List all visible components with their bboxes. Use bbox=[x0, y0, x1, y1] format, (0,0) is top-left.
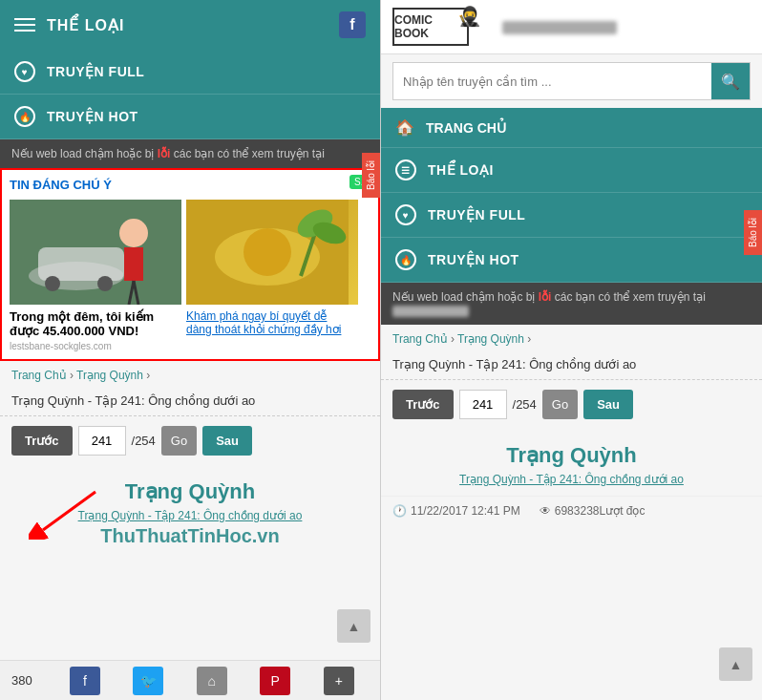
watermark: ThuThuatTinHoc.vn bbox=[100, 525, 279, 547]
right-bao-loi[interactable]: Báo lỗi bbox=[744, 210, 762, 255]
facebook-share[interactable]: f bbox=[70, 667, 100, 695]
breadcrumb-story[interactable]: Trạng Quỳnh bbox=[76, 369, 143, 382]
heart-icon-r: ♥ bbox=[395, 204, 416, 225]
right-page-input[interactable] bbox=[459, 390, 507, 419]
left-bao-loi[interactable]: Báo lỗi bbox=[362, 153, 380, 198]
ninja-figure: 🥷 bbox=[457, 5, 481, 28]
left-bottom-bar: 380 f 🐦 ⌂ P + bbox=[0, 660, 380, 700]
svg-point-4 bbox=[97, 276, 113, 291]
home-icon: 🏠 bbox=[395, 118, 414, 137]
ad-section: TIN ĐÁNG CHÚ Ý S... bbox=[0, 168, 380, 361]
left-scroll-top[interactable]: ▲ bbox=[337, 609, 370, 643]
right-next-button[interactable]: Sau bbox=[583, 390, 633, 419]
right-chapter-title: Trạng Quỳnh - Tập 241: Ông chồng dưới ao bbox=[381, 353, 762, 380]
right-search-bar: 🔍 bbox=[392, 62, 751, 100]
right-prev-button[interactable]: Trước bbox=[392, 390, 454, 419]
nav-truyen-full[interactable]: ♥ TRUYỆN FULL bbox=[0, 50, 380, 95]
right-nav-theloai[interactable]: ☰ THỂ LOẠI bbox=[381, 148, 762, 193]
more-share[interactable]: + bbox=[324, 667, 354, 695]
right-story-title: Trạng Quỳnh bbox=[381, 429, 762, 473]
svg-rect-2 bbox=[38, 247, 124, 281]
fire-icon: 🔥 bbox=[14, 106, 35, 127]
right-panel: COMIC BOOK 🥷 🔍 🏠 TRANG CHỦ ☰ THỂ LOẠI ♥ … bbox=[381, 0, 762, 700]
ad-text-left: Trong một đêm, tôi kiếm được 45.400.000 … bbox=[10, 309, 177, 338]
right-breadcrumb-story[interactable]: Trạng Quỳnh bbox=[457, 332, 524, 346]
right-nav-truyenfull[interactable]: ♥ TRUYỆN FULL bbox=[381, 193, 762, 238]
right-nav-truyenhot[interactable]: 🔥 TRUYỆN HOT bbox=[381, 238, 762, 283]
left-nav-buttons: Trước /254 Go Sau bbox=[0, 416, 380, 465]
right-go-button[interactable]: Go bbox=[542, 390, 578, 419]
left-breadcrumb: Trang Chủ › Trạng Quỳnh › bbox=[0, 361, 380, 390]
menu-lines-icon: ☰ bbox=[395, 159, 416, 180]
meta-date: 🕐 11/22/2017 12:41 PM bbox=[392, 504, 520, 518]
right-story-subtitle: Trạng Quỳnh - Tập 241: Ông chồng dưới ao bbox=[381, 473, 762, 496]
page-total: /254 bbox=[132, 434, 156, 448]
right-nav-trangchu[interactable]: 🏠 TRANG CHỦ bbox=[381, 108, 762, 148]
svg-rect-6 bbox=[124, 247, 143, 281]
meta-views: 👁 6983238Lượt đọc bbox=[540, 504, 646, 518]
ad-text-right[interactable]: Khám phá ngay bí quyết dễ dàng thoát khỏ… bbox=[186, 309, 353, 336]
bottom-count: 380 bbox=[0, 673, 44, 688]
header-blur-bar bbox=[502, 21, 617, 34]
right-breadcrumb: Trang Chủ › Trạng Quỳnh › bbox=[381, 325, 762, 353]
right-header: COMIC BOOK 🥷 bbox=[381, 0, 762, 54]
prev-button[interactable]: Trước bbox=[11, 426, 73, 456]
bottom-icons: f 🐦 ⌂ P + bbox=[44, 667, 380, 695]
go-button[interactable]: Go bbox=[161, 426, 197, 456]
svg-point-11 bbox=[243, 228, 291, 276]
comic-logo-box: COMIC BOOK 🥷 bbox=[392, 8, 469, 46]
menu-icon[interactable] bbox=[14, 18, 35, 32]
arrow-indicator bbox=[29, 482, 105, 540]
ad-image-right bbox=[186, 200, 358, 305]
right-search-input[interactable] bbox=[393, 67, 711, 96]
clock-icon: 🕐 bbox=[392, 504, 407, 518]
right-nav-buttons: Trước /254 Go Sau bbox=[381, 380, 762, 429]
right-page-total: /254 bbox=[513, 397, 537, 412]
pinterest-share[interactable]: P bbox=[260, 667, 290, 695]
left-info-bar: Nếu web load chậm hoặc bị lỗi các bạn có… bbox=[0, 139, 380, 168]
breadcrumb-home[interactable]: Trang Chủ bbox=[11, 369, 67, 382]
right-info-blur bbox=[392, 306, 469, 317]
ad-title: TIN ĐÁNG CHÚ Ý bbox=[10, 178, 370, 192]
right-meta-info: 🕐 11/22/2017 12:41 PM 👁 6983238Lượt đọc bbox=[381, 496, 762, 525]
left-header: THỂ LOẠI f bbox=[0, 0, 380, 50]
left-chapter-title: Trạng Quỳnh - Tập 241: Ông chồng dưới ao bbox=[0, 390, 380, 416]
svg-point-3 bbox=[45, 276, 60, 291]
left-panel: THỂ LOẠI f ♥ TRUYỆN FULL 🔥 TRUYỆN HOT Nế… bbox=[0, 0, 381, 700]
comic-logo: COMIC BOOK 🥷 bbox=[392, 8, 469, 46]
fire-icon-r: 🔥 bbox=[395, 249, 416, 270]
left-header-title: THỂ LOẠI bbox=[47, 16, 124, 34]
search-button[interactable]: 🔍 bbox=[711, 63, 750, 99]
heart-icon: ♥ bbox=[14, 61, 35, 82]
svg-point-5 bbox=[119, 219, 148, 247]
next-button[interactable]: Sau bbox=[202, 426, 252, 456]
comic-logo-text: COMIC BOOK bbox=[394, 13, 467, 40]
right-loi-text: lỗi bbox=[539, 290, 552, 304]
facebook-icon[interactable]: f bbox=[339, 11, 366, 38]
home-share[interactable]: ⌂ bbox=[197, 667, 227, 695]
ad-images: Trong một đêm, tôi kiếm được 45.400.000 … bbox=[10, 200, 370, 338]
loi-text: lỗi bbox=[158, 147, 171, 160]
twitter-share[interactable]: 🐦 bbox=[133, 667, 163, 695]
right-info-bar: Nếu web load chậm hoặc bị lỗi các bạn có… bbox=[381, 283, 762, 325]
right-breadcrumb-home[interactable]: Trang Chủ bbox=[392, 332, 448, 346]
eye-icon: 👁 bbox=[540, 504, 551, 518]
right-scroll-top[interactable]: ▲ bbox=[719, 647, 752, 681]
nav-truyen-hot[interactable]: 🔥 TRUYỆN HOT bbox=[0, 95, 380, 139]
ad-image-left bbox=[10, 200, 181, 305]
ad-source: lestsbane-sockgles.com bbox=[10, 341, 370, 351]
page-input[interactable] bbox=[78, 426, 126, 456]
svg-line-16 bbox=[43, 492, 95, 530]
